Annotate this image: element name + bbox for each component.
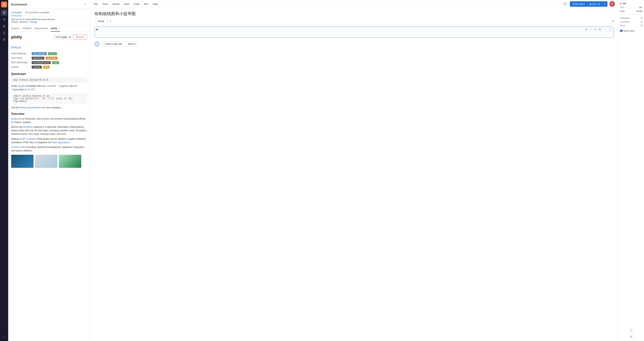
menu-help[interactable]: Help bbox=[152, 2, 158, 6]
badge-version: 5.21.0 bbox=[48, 52, 57, 55]
package-name: plotly bbox=[11, 35, 22, 40]
badge-license: License bbox=[32, 66, 42, 69]
tab-installed[interactable]: Installed bbox=[22, 25, 31, 32]
top-bar-right: ⬆ Build report ▶ Run all ▾ R bbox=[562, 1, 615, 7]
user-avatar[interactable]: R bbox=[609, 1, 615, 7]
cpu-row: CPU 0% bbox=[620, 6, 642, 9]
badge-discourse[interactable]: discourse bbox=[46, 57, 58, 60]
close-button[interactable]: × bbox=[83, 3, 87, 6]
sync-icon-button[interactable]: ⇄ bbox=[629, 334, 634, 339]
environment-panel: Environment × Packages Environment varia… bbox=[8, 0, 90, 341]
run-dropdown-button[interactable]: ▾ bbox=[602, 1, 608, 7]
menu-file[interactable]: File bbox=[93, 2, 98, 6]
docker-icon bbox=[620, 30, 622, 32]
pkg-controls: 5.21.0 (pip) Remove bbox=[53, 35, 87, 40]
overview-p3: plotly.py is MIT Licensed. Plotly graphs… bbox=[11, 137, 87, 144]
see-docs-text: See the Python documentation for more ex… bbox=[11, 106, 87, 109]
build-run-group: Build report ▶ Run all ▾ bbox=[570, 1, 608, 7]
sidebar-icon-code[interactable]: {} bbox=[1, 30, 7, 36]
thumb-1 bbox=[11, 155, 34, 168]
cell-run-button[interactable]: ▶ bbox=[96, 28, 98, 31]
pkg-info-scroll: plotly.py Latest Release pypi package 5.… bbox=[8, 43, 90, 341]
sidebar-icon-list[interactable]: ☰ bbox=[1, 37, 7, 43]
cell-toolbar-right: @ + ⊕ 🗑 ⋯ ⬚ bbox=[584, 28, 612, 31]
pypi-downloads-label: PyPI Downloads bbox=[11, 60, 32, 65]
sidebar-icon-search[interactable]: ⊞ bbox=[1, 23, 7, 29]
cell-comment-icon[interactable]: @ bbox=[584, 28, 588, 31]
badge-mit: MIT bbox=[43, 66, 50, 69]
insert-code-label: + Insert code cell bbox=[104, 43, 122, 45]
insert-code-button[interactable]: + Insert code cell bbox=[101, 41, 124, 47]
docker-label: docker-base bbox=[623, 30, 635, 32]
pkg-plotly-link[interactable]: plotly.py bbox=[11, 46, 87, 49]
cell-split-icon[interactable]: ⊕ bbox=[593, 28, 597, 31]
overview-p1: plotly.py is an interactive, open-source… bbox=[11, 117, 87, 124]
tab-explore[interactable]: Explore bbox=[11, 25, 20, 32]
cell-toolbar: ▶ @ + ⊕ 🗑 ⋯ ⬚ bbox=[95, 27, 613, 32]
cpu-label: CPU bbox=[620, 6, 624, 9]
cell-add-icon[interactable]: + bbox=[589, 28, 592, 31]
in-process-value: 0 bbox=[641, 21, 642, 23]
ram-value: 56 GB bbox=[636, 10, 642, 12]
meta-edit-text: Edit bbox=[11, 18, 15, 21]
plotly-py-link[interactable]: plotly.py bbox=[11, 117, 19, 120]
run-all-label: ▶ Run all bbox=[590, 3, 600, 6]
sidebar-icon-more[interactable]: ⋯ bbox=[1, 333, 7, 339]
license-badges: License MIT bbox=[32, 65, 87, 69]
menu-run[interactable]: Run bbox=[143, 2, 149, 6]
badge-downloads-month: downloads/month bbox=[32, 61, 51, 64]
cell-body[interactable] bbox=[95, 32, 613, 38]
add-sheet-button[interactable]: + bbox=[108, 19, 113, 24]
pypi-downloads-row: PyPI Downloads downloads/month 16M bbox=[11, 60, 87, 65]
more-button[interactable]: More ▾ bbox=[126, 41, 138, 47]
menu-bar: File Tools Kernel View Code Run Help bbox=[93, 2, 158, 6]
thumb-2 bbox=[35, 155, 58, 168]
dash-link[interactable]: Dash applications bbox=[52, 141, 70, 144]
version-select[interactable]: 5.21.0 (pip) bbox=[53, 35, 72, 40]
tab-plotly[interactable]: plotly × bbox=[51, 25, 60, 32]
build-report-button[interactable]: Build report bbox=[570, 1, 587, 7]
more-label: More bbox=[128, 43, 134, 45]
meta-init-link[interactable]: init.sh bbox=[16, 18, 22, 21]
env-panel-header: Environment × bbox=[8, 0, 90, 9]
sidebar-icon-layers[interactable]: ⧉ bbox=[1, 10, 7, 16]
tab-close-icon[interactable]: × bbox=[59, 27, 60, 30]
calculated-row: Calculated 0 bbox=[620, 17, 642, 19]
badge-help-forum[interactable]: help forum bbox=[32, 57, 44, 60]
thumbnail-row bbox=[11, 155, 87, 168]
tab-repositories[interactable]: Repositories bbox=[34, 25, 48, 32]
jupyter-link[interactable]: Jupyter bbox=[18, 85, 25, 87]
plotlyjs-link[interactable]: plotly.js bbox=[26, 126, 33, 128]
menu-kernel[interactable]: Kernel bbox=[112, 2, 120, 6]
tab-packages[interactable]: Packages bbox=[11, 9, 22, 16]
remove-button[interactable]: Remove bbox=[73, 35, 87, 40]
sidebar-icon-upload[interactable]: ⬆ bbox=[1, 17, 7, 22]
menu-tools[interactable]: Tools bbox=[102, 2, 109, 6]
cell-more-icon[interactable]: ⋯ bbox=[603, 28, 607, 31]
menu-code[interactable]: Code bbox=[133, 2, 140, 6]
sheet-dropdown-icon[interactable]: ▾ bbox=[612, 20, 614, 23]
run-all-button[interactable]: ▶ Run all bbox=[588, 1, 602, 7]
env-panel-title: Environment bbox=[11, 3, 27, 6]
spinner-icon: ↻ bbox=[95, 42, 99, 46]
menu-view[interactable]: View bbox=[123, 2, 130, 6]
cell-delete-icon[interactable]: 🗑 bbox=[598, 28, 602, 31]
contact-us-link[interactable]: Contact us bbox=[11, 146, 22, 148]
cpu-value: 0% bbox=[639, 6, 642, 9]
status-idle: Idle bbox=[620, 2, 642, 5]
latest-release-label: Latest Release bbox=[11, 52, 32, 56]
jupyter-desc: Inside Jupyter (installable with pip ins… bbox=[11, 84, 87, 91]
conda-change-link[interactable]: Change bbox=[30, 21, 37, 23]
sheet-tab-main[interactable]: Sheet bbox=[95, 18, 107, 24]
app-logo: DL bbox=[1, 2, 7, 8]
mit-license-link[interactable]: MIT Licensed bbox=[22, 138, 36, 140]
license-row: License License MIT bbox=[11, 65, 87, 69]
python-docs-link[interactable]: Python documentation bbox=[20, 106, 42, 109]
share-button[interactable]: ⬆ bbox=[562, 1, 568, 7]
idle-dot bbox=[620, 3, 622, 4]
tab-environment-variables[interactable]: Environment variables bbox=[26, 9, 50, 16]
refresh-icon-button[interactable]: ↻ bbox=[629, 328, 634, 333]
calculated-label: Calculated bbox=[620, 17, 630, 19]
cell-expand-icon[interactable]: ⬚ bbox=[608, 28, 612, 31]
ram-label: RAM bbox=[620, 10, 624, 12]
